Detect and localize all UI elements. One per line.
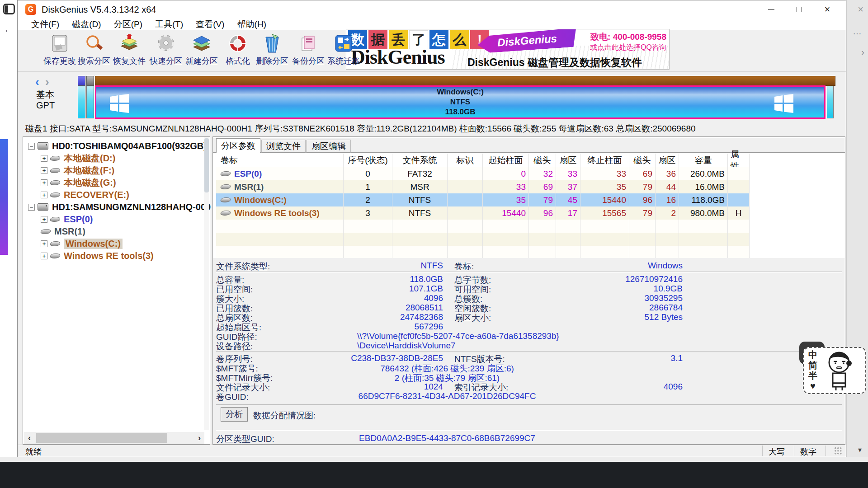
- disk-nav-arrows[interactable]: ‹ ›: [35, 75, 49, 89]
- re-tools-partition-bar[interactable]: [827, 86, 834, 118]
- column-header-卷标[interactable]: 卷标: [216, 154, 344, 167]
- scroll-right-icon[interactable]: ›: [193, 432, 205, 444]
- column-header-起始柱面[interactable]: 起始柱面: [483, 154, 529, 167]
- resize-grip[interactable]: [835, 447, 842, 455]
- expand-icon[interactable]: +: [41, 155, 47, 162]
- cell-empty: [629, 233, 656, 246]
- taskbar: [0, 462, 868, 488]
- background-close-icon[interactable]: ×: [858, 4, 863, 15]
- background-dropdown-icon[interactable]: ▾: [858, 446, 862, 454]
- toolbar-save-changes[interactable]: 保存更改: [42, 31, 78, 71]
- cell-empty: [580, 246, 629, 259]
- tree-partition-Windows RE tools(3)[interactable]: +Windows RE tools(3): [41, 250, 154, 262]
- minimize-button[interactable]: [759, 0, 784, 19]
- detail-separator: [216, 351, 842, 352]
- collapse-icon[interactable]: −: [28, 143, 35, 150]
- column-header-扇区[interactable]: 扇区: [656, 154, 679, 167]
- background-more-icon[interactable]: …: [853, 26, 862, 37]
- expand-icon[interactable]: +: [41, 167, 47, 174]
- close-button[interactable]: ×: [815, 0, 840, 19]
- cell-文件系统: MSR: [392, 180, 448, 193]
- tab-扇区编辑[interactable]: 扇区编辑: [307, 140, 351, 153]
- toolbar-format[interactable]: 格式化: [220, 31, 256, 71]
- cell-empty: [529, 220, 556, 233]
- cell-empty: [580, 220, 629, 233]
- tree-partition-MSR(1)[interactable]: MSR(1): [41, 225, 85, 237]
- tree-partition-本地磁盘(F:)[interactable]: +本地磁盘(F:): [41, 164, 114, 176]
- background-chevron-icon[interactable]: ›: [861, 47, 864, 57]
- toolbar-label: 搜索分区: [78, 56, 110, 66]
- scroll-left-icon[interactable]: ‹: [24, 432, 35, 444]
- column-header-终止柱面[interactable]: 终止柱面: [580, 154, 629, 167]
- column-header-扇区[interactable]: 扇区: [556, 154, 580, 167]
- banner-qq[interactable]: 或点击此处选择QQ咨询: [590, 43, 666, 52]
- msr-partition-bar[interactable]: [86, 86, 94, 118]
- ime-floating-widget[interactable]: 中简半♥: [802, 346, 867, 396]
- toolbar-search-partition[interactable]: 搜索分区: [76, 31, 112, 71]
- prev-disk-icon[interactable]: ‹: [35, 75, 39, 89]
- maximize-button[interactable]: [787, 0, 812, 19]
- cell-起始柱面: 35: [483, 193, 529, 206]
- toolbar-new-partition[interactable]: 新建分区: [184, 31, 220, 71]
- tree-partition-本地磁盘(D:)[interactable]: +本地磁盘(D:): [41, 152, 115, 164]
- next-disk-icon[interactable]: ›: [45, 75, 49, 89]
- collapse-icon[interactable]: −: [28, 204, 35, 211]
- banner-ad[interactable]: 数据丢了怎么! DiskGenius 致电: 400-008-9958 或点击此…: [346, 29, 670, 70]
- detail-value: 1024: [216, 382, 443, 392]
- table-row-ESP(0)[interactable]: ESP(0)0FAT3203233336936260.0MB: [216, 167, 750, 180]
- column-header-序号(状态)[interactable]: 序号(状态): [344, 154, 392, 167]
- tree-horizontal-scrollbar-thumb[interactable]: [36, 433, 167, 443]
- cell-标识: [448, 180, 483, 193]
- tree-partition-本地磁盘(G:)[interactable]: +本地磁盘(G:): [41, 177, 116, 188]
- tree-horizontal-scrollbar[interactable]: ‹: [24, 432, 204, 444]
- column-header-容量[interactable]: 容量: [679, 154, 728, 167]
- menu-帮助(H)[interactable]: 帮助(H): [231, 19, 273, 30]
- cell-序号(状态): 0: [344, 167, 392, 180]
- toolbar-backup-partition[interactable]: 备份分区: [290, 31, 326, 71]
- cell-empty: [629, 246, 656, 259]
- column-header-文件系统[interactable]: 文件系统: [392, 154, 448, 167]
- toolbar-system-migrate[interactable]: 系统迁移: [326, 31, 362, 71]
- menu-查看(V)[interactable]: 查看(V): [189, 19, 231, 30]
- expand-icon[interactable]: +: [41, 240, 47, 247]
- banner-contact[interactable]: 致电: 400-008-9958 或点击此处选择QQ咨询: [590, 31, 666, 52]
- tree-vertical-scrollbar-thumb[interactable]: [204, 138, 209, 192]
- column-header-属性[interactable]: 属性: [728, 154, 750, 167]
- menu-工具(T)[interactable]: 工具(T): [149, 19, 189, 30]
- browser-tab-panel-icon[interactable]: [3, 4, 15, 14]
- column-header-标识[interactable]: 标识: [448, 154, 483, 167]
- tab-分区参数[interactable]: 分区参数: [216, 138, 260, 153]
- table-row-Windows(C:)[interactable]: Windows(C:)2NTFS357945154409616118.0GB: [216, 193, 750, 206]
- cell-磁头: 96: [629, 193, 656, 206]
- tree-partition-ESP(0)[interactable]: +ESP(0): [41, 213, 93, 225]
- menu-分区(P)[interactable]: 分区(P): [108, 19, 149, 30]
- expand-icon[interactable]: +: [41, 179, 47, 186]
- harddisk-icon: [38, 203, 48, 211]
- table-row-MSR(1)[interactable]: MSR(1)1MSR33693735794416.0MB: [216, 180, 750, 193]
- expand-icon[interactable]: +: [41, 192, 47, 198]
- detail-value: 107.1GB: [216, 284, 443, 294]
- menu-磁盘(D)[interactable]: 磁盘(D): [66, 19, 107, 30]
- windows-c-partition-bar[interactable]: Windows(C:) NTFS 118.0GB: [95, 85, 826, 119]
- back-arrow-icon[interactable]: ←: [4, 23, 14, 35]
- analyze-button[interactable]: 分析: [221, 407, 248, 422]
- expand-icon[interactable]: +: [41, 253, 47, 259]
- esp-partition-bar[interactable]: [78, 86, 85, 118]
- tab-浏览文件[interactable]: 浏览文件: [261, 140, 306, 153]
- table-row-empty: [216, 246, 750, 259]
- tree-partition-RECOVERY(E:)[interactable]: +RECOVERY(E:): [41, 189, 129, 201]
- column-header-磁头[interactable]: 磁头: [529, 154, 556, 167]
- tree-disk-1[interactable]: −HD1:SAMSUNGMZNLN128HAHQ-000: [28, 201, 211, 213]
- tree-disk-0[interactable]: −HD0:TOSHIBAMQ04ABF100(932GB): [28, 140, 207, 152]
- toolbar-delete-partition[interactable]: 删除分区: [254, 31, 290, 71]
- toolbar-recover-files[interactable]: 恢复文件: [111, 31, 147, 71]
- table-header-row: 卷标序号(状态)文件系统标识起始柱面磁头扇区终止柱面磁头扇区容量属性: [216, 154, 750, 167]
- expand-icon[interactable]: +: [41, 216, 47, 223]
- table-row-Windows RE tools(3)[interactable]: Windows RE tools(3)3NTFS1544096171556579…: [216, 206, 750, 220]
- tree-partition-Windows(C:)[interactable]: +Windows(C:): [41, 238, 123, 249]
- column-header-磁头[interactable]: 磁头: [629, 154, 656, 167]
- screen: ← × … › ▾ G DiskGenius V5.4.3.1342 x64 ×…: [0, 0, 868, 488]
- windows-logo-icon: [109, 93, 130, 114]
- toolbar-quick-partition[interactable]: 快速分区: [148, 31, 184, 71]
- menu-文件(F)[interactable]: 文件(F): [25, 19, 66, 30]
